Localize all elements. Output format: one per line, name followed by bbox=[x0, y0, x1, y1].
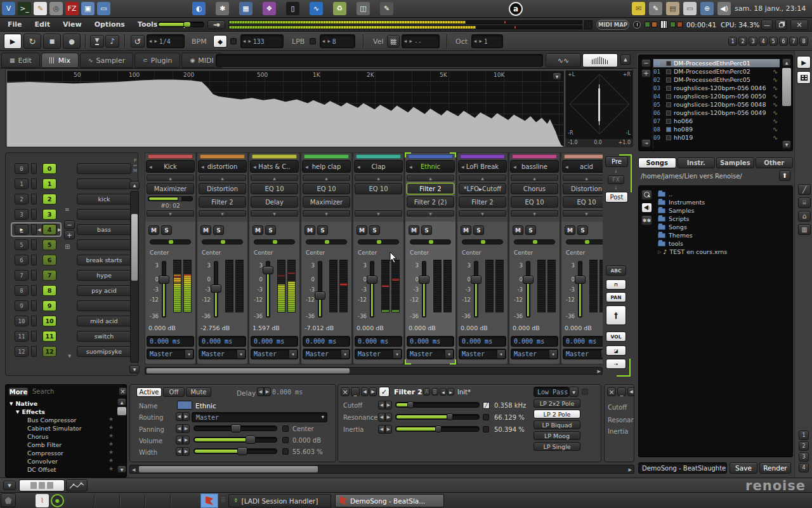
pan-knob[interactable] bbox=[429, 240, 433, 244]
file-entry[interactable]: Instruments bbox=[658, 198, 787, 206]
track-solo-button[interactable]: S bbox=[265, 225, 276, 235]
audio-editor-icon[interactable]: ∿ bbox=[310, 2, 323, 15]
fx-item-comb-filter[interactable]: Comb Filter bbox=[27, 441, 62, 449]
sequencer-pos-1[interactable]: 1 bbox=[15, 178, 29, 189]
screenshot-icon[interactable]: ▦ bbox=[239, 2, 252, 15]
collapse-arrow-icon[interactable]: ▼ bbox=[16, 410, 19, 415]
spring-tool-icon[interactable]: ⌇ bbox=[36, 494, 49, 507]
device-scroll-down[interactable]: ▼ bbox=[199, 210, 246, 217]
computer-icon[interactable]: ▣ bbox=[81, 2, 95, 15]
file-entry[interactable]: Samples bbox=[658, 206, 787, 215]
file-manager-icon[interactable]: ▭ bbox=[97, 2, 110, 15]
track-pan-slider[interactable] bbox=[566, 239, 603, 244]
sequencer-scroll-down[interactable]: ▼ bbox=[129, 365, 140, 373]
fx-item-bus-compressor[interactable]: Bus Compressor bbox=[27, 416, 76, 424]
sequence-name-button[interactable] bbox=[77, 163, 131, 174]
automation-toggle[interactable] bbox=[66, 479, 88, 491]
sequencer-pos-4[interactable]: ▶ bbox=[15, 224, 29, 235]
mixer-vol-button[interactable]: VOL bbox=[606, 331, 626, 342]
volume-fader-knob[interactable] bbox=[263, 266, 273, 274]
routing-spinner[interactable]: ◀▶ bbox=[176, 412, 190, 421]
instrument-add-button[interactable]: + bbox=[641, 69, 651, 77]
lpb-field[interactable]: ◀ ▶8 bbox=[320, 34, 355, 48]
pan-knob[interactable] bbox=[273, 240, 277, 244]
edge-grid-button[interactable] bbox=[797, 71, 811, 84]
routing-arrow[interactable]: ▼ bbox=[601, 350, 603, 358]
track-name[interactable]: ◀distortion bbox=[198, 160, 247, 173]
width-checkbox[interactable] bbox=[282, 448, 289, 455]
device-scroll-down[interactable]: ▼ bbox=[303, 210, 350, 217]
seq-dec-arrow[interactable]: ◀ bbox=[37, 227, 41, 232]
loop-pattern-button[interactable]: ↻ bbox=[23, 34, 41, 49]
track-color-swatch[interactable] bbox=[177, 401, 192, 410]
task-demosong[interactable]: DemoSong - BeatSla... bbox=[335, 494, 444, 507]
track-solo-button[interactable]: S bbox=[213, 225, 224, 235]
device-scroll-up[interactable]: ▲ bbox=[199, 175, 246, 181]
sequencer-pos-3[interactable]: 3 bbox=[15, 209, 29, 220]
track-name[interactable]: ◀Hats & C.. bbox=[250, 160, 299, 173]
edge-home-button[interactable]: ⌂ bbox=[798, 211, 811, 222]
volume-checkbox[interactable] bbox=[282, 437, 289, 443]
instrument-checkbox[interactable] bbox=[666, 61, 671, 66]
track-delay-field[interactable]: 0.000 ms bbox=[563, 336, 603, 347]
more-button[interactable]: More bbox=[8, 387, 29, 396]
sequencer-delete-button[interactable]: − bbox=[64, 220, 75, 229]
close-search-button[interactable]: × bbox=[119, 387, 127, 396]
track-solo-button[interactable]: S bbox=[473, 225, 484, 235]
param-slider[interactable] bbox=[395, 414, 480, 420]
grip-handle[interactable]: ⠿ bbox=[221, 497, 225, 504]
sequencer-slot[interactable] bbox=[31, 346, 37, 357]
track-color-bar[interactable] bbox=[356, 154, 401, 159]
volume-fader-track[interactable] bbox=[162, 261, 166, 318]
pan-knob[interactable] bbox=[325, 240, 329, 244]
device-scroll-up[interactable]: ▲ bbox=[563, 175, 603, 181]
file-entry[interactable]: ▷♪TEST en cours.xrns bbox=[658, 248, 787, 256]
metronome-button[interactable]: ◆ bbox=[213, 35, 227, 48]
pattern-number-10[interactable]: 10 bbox=[43, 316, 56, 326]
track-name[interactable]: ◀help clap bbox=[302, 160, 351, 173]
effect-search-input[interactable]: Search bbox=[32, 388, 117, 395]
browser-swirl-icon[interactable]: ◐ bbox=[192, 2, 206, 15]
fx-scrollbar-thumb[interactable] bbox=[117, 407, 126, 415]
pan-knob[interactable] bbox=[585, 240, 589, 244]
routing-arrow[interactable]: ▼ bbox=[497, 350, 505, 358]
instrument-row[interactable]: 08ho089∿ bbox=[653, 125, 780, 133]
pattern-number-8[interactable]: 8 bbox=[43, 285, 56, 296]
lp-mode-lp-biquad[interactable]: LP Biquad bbox=[534, 420, 580, 429]
sequencer-slot[interactable] bbox=[31, 209, 37, 220]
volume-fader-track[interactable] bbox=[526, 261, 530, 318]
track-mute-button[interactable]: M bbox=[252, 225, 263, 235]
sequencer-slot[interactable] bbox=[31, 331, 37, 342]
track-solo-button[interactable]: S bbox=[525, 225, 536, 235]
track-routing-dropdown[interactable]: Master▼ bbox=[199, 349, 246, 359]
sequence-name-button[interactable]: switch bbox=[77, 331, 131, 342]
bottom-expand-button[interactable]: ▼ bbox=[3, 481, 16, 490]
track-name[interactable]: ◀Ethnic bbox=[406, 160, 455, 173]
path-up-button[interactable]: ⬆ bbox=[779, 170, 790, 181]
volume-fader-track[interactable] bbox=[578, 261, 582, 318]
width-slider[interactable] bbox=[193, 448, 277, 454]
pattern-number-7[interactable]: 7 bbox=[43, 270, 56, 281]
correction-icon[interactable]: ▭ bbox=[683, 2, 697, 15]
record-button[interactable]: ● bbox=[63, 34, 81, 49]
track-delay-field[interactable]: 0.000 ms bbox=[511, 336, 558, 347]
sequence-name-button[interactable]: break starts bbox=[77, 255, 131, 265]
preset-button-1[interactable]: 1 bbox=[728, 37, 737, 46]
volume-icon[interactable]: ◀) bbox=[717, 2, 731, 15]
track-routing-dropdown[interactable]: Master▼ bbox=[147, 349, 194, 359]
mixer-pan-button[interactable]: PAN bbox=[606, 292, 626, 302]
track-scopes-toggle[interactable]: ∿∿ bbox=[546, 53, 581, 67]
edge-preset-2[interactable]: 2 bbox=[799, 441, 809, 451]
lp-mode-lp-2-pole[interactable]: LP 2 Pole bbox=[534, 410, 580, 418]
sequencer-pos-7[interactable]: 7 bbox=[15, 270, 29, 281]
track-color-bar[interactable] bbox=[408, 154, 453, 159]
device-button[interactable]: Distortion bbox=[563, 183, 603, 194]
device-mini-slider[interactable] bbox=[148, 196, 193, 201]
param-slider[interactable] bbox=[395, 402, 480, 408]
pattern-number-3[interactable]: 3 bbox=[43, 209, 56, 220]
filter-mode-dropdown[interactable]: Low Pass bbox=[534, 387, 569, 397]
tab-mix[interactable]: Mix bbox=[41, 53, 79, 68]
sequencer-slot[interactable] bbox=[31, 194, 37, 204]
track-mute-button[interactable]: M bbox=[357, 225, 367, 235]
volume-fader-knob[interactable] bbox=[211, 284, 221, 293]
